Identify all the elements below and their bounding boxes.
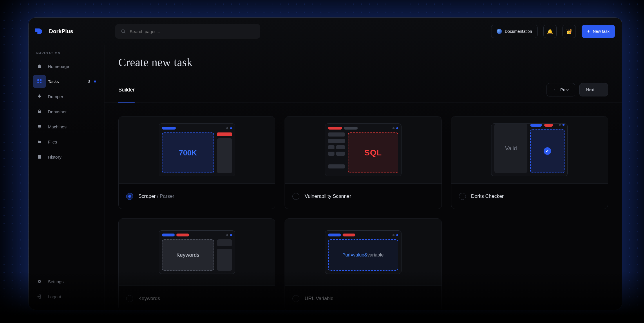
sidebar-item-files[interactable]: Files (33, 135, 100, 148)
active-dot (94, 80, 96, 82)
svg-rect-4 (37, 82, 39, 83)
task-count-badge: 3 (88, 79, 90, 84)
logout-icon (33, 290, 46, 303)
history-icon (33, 150, 46, 164)
prev-button[interactable]: ← Prev (547, 83, 575, 96)
sql-badge: SQL (348, 132, 398, 173)
main-content: Create new task Builder ← Prev Next → (104, 45, 622, 310)
card-dorks-checker[interactable]: Valid Dorks Checker (451, 116, 608, 209)
lock-icon (33, 105, 46, 118)
svg-line-1 (124, 32, 125, 33)
sidebar-item-dumper[interactable]: Dumper (33, 90, 100, 103)
pager: ← Prev Next → (547, 83, 608, 96)
arrow-left-icon: ← (553, 87, 557, 92)
card-title: Vulnerability Scanner (305, 193, 351, 199)
check-icon (544, 147, 551, 155)
svg-point-0 (122, 30, 124, 33)
new-task-button[interactable]: + New task (582, 25, 615, 38)
next-label: Next (586, 87, 594, 92)
sidebar-item-label: Dumper (48, 94, 63, 99)
brand-name: DorkPlus (49, 28, 73, 35)
svg-rect-6 (38, 111, 41, 113)
svg-rect-9 (38, 155, 41, 159)
page-title: Create new task (118, 55, 608, 69)
tab-builder[interactable]: Builder (118, 77, 135, 103)
notifications-button[interactable]: 🔔 (543, 25, 557, 38)
svg-rect-8 (39, 128, 40, 128)
sidebar-item-settings[interactable]: Settings (33, 275, 100, 288)
task-type-grid: 700K Scraper / Parser (104, 103, 622, 310)
documentation-button[interactable]: Documentation (491, 25, 538, 38)
card-preview: ?url=value&variable (285, 219, 441, 286)
sidebar-item-dehasher[interactable]: Dehasher (33, 105, 100, 118)
sidebar-item-homepage[interactable]: Homepage (33, 60, 100, 73)
prev-label: Prev (560, 87, 569, 92)
card-preview: Keywords (119, 219, 275, 286)
grid-icon (33, 75, 46, 88)
card-title: Dorks Checker (471, 193, 504, 199)
svg-point-11 (39, 281, 40, 282)
radio-unselected[interactable] (292, 295, 299, 302)
keywords-chip: Keywords (162, 239, 214, 271)
page-header: Create new task (104, 45, 622, 77)
logo-icon (34, 27, 46, 36)
svg-rect-7 (38, 125, 41, 128)
sidebar-item-tasks[interactable]: Tasks 3 (33, 75, 100, 88)
card-preview: 700K (119, 116, 275, 183)
card-vulnerability-scanner[interactable]: SQL Vulnerability Scanner (285, 116, 442, 209)
account-button[interactable]: 👑 (562, 25, 576, 38)
sidebar-item-label: Tasks (48, 79, 59, 84)
card-url-variable[interactable]: ?url=value&variable URL Variable (285, 218, 442, 310)
nav-footer: Settings Logout (33, 275, 100, 303)
nav-section-label: NAVIGATION (33, 51, 100, 55)
card-title: Scraper / Parser (138, 193, 174, 199)
arrow-right-icon: → (597, 87, 601, 92)
svg-rect-5 (40, 82, 41, 83)
radio-selected[interactable] (126, 193, 133, 200)
radio-unselected[interactable] (459, 193, 466, 200)
sidebar-item-label: Homepage (48, 64, 69, 69)
globe-icon (497, 29, 502, 34)
scraper-metric: 700K (162, 132, 214, 173)
url-pattern: ?url=value&variable (328, 239, 398, 271)
brand[interactable]: DorkPlus (34, 27, 109, 36)
sidebar-item-history[interactable]: History (33, 150, 100, 164)
topbar: DorkPlus Documentation 🔔 👑 + New task (29, 18, 622, 45)
card-scraper-parser[interactable]: 700K Scraper / Parser (118, 116, 275, 209)
sidebar-item-label: Logout (48, 294, 61, 299)
tab-bar: Builder ← Prev Next → (104, 77, 622, 103)
search-box[interactable] (115, 24, 260, 39)
new-task-label: New task (593, 29, 609, 34)
nav-list: Homepage Tasks 3 Dumper (33, 60, 100, 164)
svg-rect-3 (40, 79, 41, 81)
radio-unselected[interactable] (292, 193, 299, 200)
sidebar-item-label: History (48, 155, 61, 159)
sidebar-item-label: Settings (48, 279, 64, 284)
card-keywords[interactable]: Keywords Keywords (118, 218, 275, 310)
sidebar-item-label: Machines (48, 124, 66, 129)
folder-icon (33, 135, 46, 148)
documentation-label: Documentation (505, 29, 532, 34)
home-icon (33, 60, 46, 73)
card-title: Keywords (138, 296, 160, 302)
gear-icon (33, 275, 46, 288)
card-title: URL Variable (305, 296, 333, 302)
app-window: DorkPlus Documentation 🔔 👑 + New task NA… (28, 17, 622, 310)
card-preview: SQL (285, 116, 441, 183)
monitor-icon (33, 120, 46, 133)
sidebar: NAVIGATION Homepage Tasks 3 (29, 45, 104, 310)
sidebar-item-label: Dehasher (48, 109, 67, 114)
sidebar-item-logout[interactable]: Logout (33, 290, 100, 303)
tree-icon (33, 90, 46, 103)
sidebar-item-machines[interactable]: Machines (33, 120, 100, 133)
valid-label: Valid (494, 124, 527, 173)
bell-icon: 🔔 (547, 29, 553, 34)
next-button[interactable]: Next → (579, 83, 608, 96)
search-input[interactable] (130, 29, 254, 34)
search-icon (121, 29, 126, 34)
plus-icon: + (587, 29, 590, 34)
radio-unselected[interactable] (126, 295, 133, 302)
body: NAVIGATION Homepage Tasks 3 (29, 45, 622, 310)
card-preview: Valid (451, 116, 608, 183)
svg-rect-2 (37, 79, 39, 81)
